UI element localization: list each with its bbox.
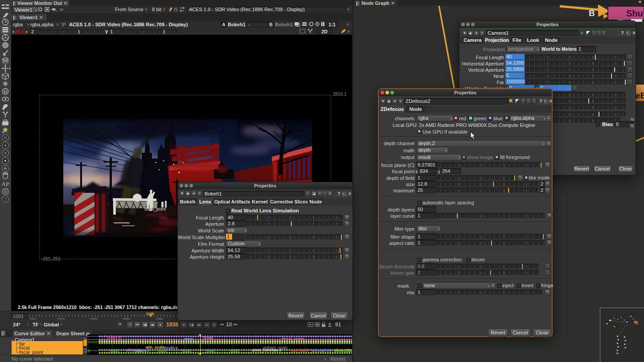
svg-text:P: P: [5, 181, 9, 187]
svg-text:ƒ): ƒ): [174, 7, 177, 12]
svg-text:B: B: [589, 8, 595, 18]
svg-text:A: A: [1, 181, 5, 187]
svg-text:Shu: Shu: [626, 8, 643, 18]
svg-text:eB: eB: [636, 91, 644, 100]
svg-text:IP: IP: [60, 8, 64, 12]
svg-text:D: D: [4, 89, 7, 94]
